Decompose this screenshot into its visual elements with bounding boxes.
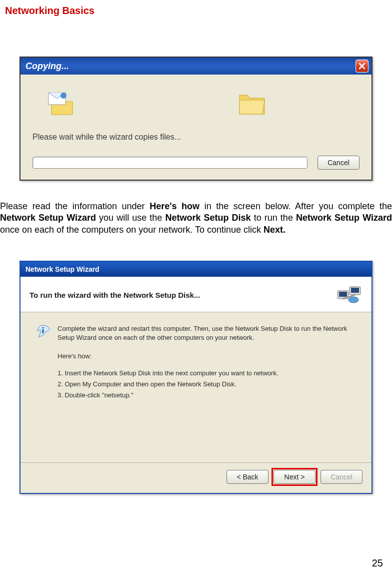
instr-seg: once on each of the computers on your ne…	[0, 225, 264, 235]
network-computers-icon	[336, 285, 362, 305]
cancel-button-wizard: Cancel	[320, 470, 362, 484]
cancel-button[interactable]: Cancel	[318, 156, 360, 170]
wizard-title-text: Network Setup Wizard	[26, 265, 100, 273]
svg-rect-7	[42, 329, 44, 333]
page-number: 25	[372, 557, 383, 569]
back-button[interactable]: < Back	[226, 470, 268, 484]
svg-point-0	[60, 93, 66, 99]
wizard-step-1: 1. Insert the Network Setup Disk into th…	[58, 368, 356, 379]
envelope-folder-icon	[48, 91, 78, 117]
instr-bold: Network Setup Disk	[165, 213, 250, 223]
instr-seg: Please read the information under	[0, 201, 150, 211]
instr-seg: you will use the	[96, 213, 165, 223]
close-icon[interactable]	[356, 60, 368, 73]
svg-rect-4	[351, 288, 359, 293]
next-button-label: Next >	[284, 473, 305, 481]
wizard-intro-text: Complete the wizard and restart this com…	[58, 324, 356, 342]
instr-seg: to run the	[251, 213, 296, 223]
wizard-body: Complete the wizard and restart this com…	[20, 312, 372, 462]
copying-progress-row: Cancel	[32, 156, 360, 170]
instr-bold: Network Setup Wizard	[296, 213, 392, 223]
wizard-hereshow: Here's how:	[58, 351, 356, 362]
instr-bold: Here's how	[150, 201, 200, 211]
copying-body: Please wait while the wizard copies file…	[20, 75, 372, 180]
progress-bar	[32, 157, 308, 169]
wizard-titlebar: Network Setup Wizard	[20, 262, 372, 277]
svg-point-5	[348, 297, 358, 303]
svg-point-6	[42, 327, 44, 329]
instr-bold: Network Setup Wizard	[0, 213, 96, 223]
next-button-highlight: Next >	[274, 470, 316, 484]
copying-titlebar: Copying...	[20, 58, 372, 75]
info-icon	[36, 324, 50, 339]
copying-dialog: Copying... Please wait while the	[20, 57, 372, 181]
instr-bold: Next.	[264, 225, 286, 235]
copying-message: Please wait while the wizard copies file…	[32, 133, 360, 142]
page-title: Networking Basics	[5, 5, 392, 17]
wizard-footer: < Back Next > Cancel	[20, 462, 372, 493]
wizard-intro-row: Complete the wizard and restart this com…	[36, 324, 356, 342]
back-button-label: < Back	[236, 473, 258, 481]
wizard-header-title: To run the wizard with the Network Setup…	[30, 291, 200, 299]
instr-seg: in the screen below. After you complete …	[200, 201, 392, 211]
copying-icons-row	[48, 89, 360, 119]
wizard-dialog: Network Setup Wizard To run the wizard w…	[20, 261, 372, 494]
wizard-step-2: 2. Open My Computer and then open the Ne…	[58, 379, 356, 390]
wizard-header: To run the wizard with the Network Setup…	[20, 277, 372, 312]
copying-title-text: Copying...	[26, 61, 69, 72]
wizard-step-3: 3. Double-click "netsetup."	[58, 390, 356, 401]
folder-icon	[238, 91, 266, 116]
next-button[interactable]: Next >	[274, 470, 316, 484]
svg-rect-2	[339, 292, 347, 297]
instructions-paragraph: Please read the information under Here's…	[0, 201, 392, 236]
